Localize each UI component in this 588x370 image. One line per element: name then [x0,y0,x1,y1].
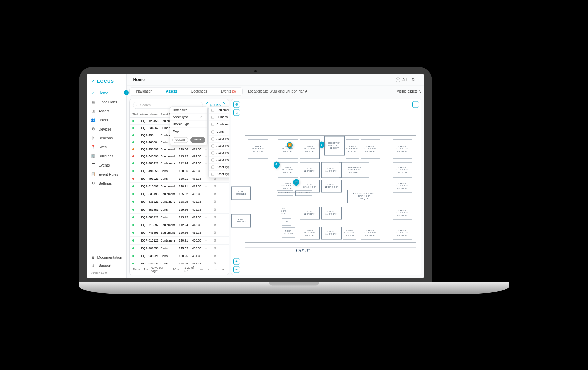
sidebar-item-label: Event Rules [99,172,118,176]
floorplan-room: OFFICE 11'-0" X 9'-0" 100 SQ. FT [278,139,298,159]
floorplan-room: COFFEE BAR [277,190,293,196]
tab-events[interactable]: Events (3) [214,88,242,95]
type-option[interactable]: Asset Type 10 [209,171,229,177]
clear-button[interactable]: CLEAR [172,137,188,143]
floorplan-room: OFFICE 11'-5" X 8'-9" 102 SQ FT [393,162,412,178]
type-option[interactable]: Containers↖ [209,121,229,128]
floorplan-room: OFFICE 11'-0" X 9'-0" 100 SQ. FT [361,139,380,159]
type-option[interactable]: Asset Type 8 [209,156,229,163]
visible-count: Visible assets: 9 [397,89,421,93]
type-option[interactable]: Equipment [209,107,229,114]
checkbox-icon [211,144,214,147]
search-icon: ⌕ [136,103,138,107]
sidebar-item-sites[interactable]: 📍Sites [87,142,126,151]
table-row[interactable]: EQP-635221 Containers 128.25 492.33 - ⧉ [130,198,229,206]
status-dot [132,216,134,218]
external-link-icon[interactable]: ⧉ [214,246,222,250]
table-row[interactable]: EQP-715897 Equipment 112.24 442.33 - ⧉ [130,221,229,229]
gear-icon: ⚙ [91,127,96,131]
sidebar-item-label: Sites [99,145,107,149]
add-button[interactable]: + [124,90,129,95]
floorplan-room: COPIER AREA [295,190,312,196]
external-link-icon[interactable]: ⧉ [214,231,222,235]
sidebar: LOCUS + ⌂Home▦Floor Plans◫Assets👥Users⚙D… [87,74,127,278]
tab-assets[interactable]: Assets [159,88,184,95]
table-row[interactable]: EQP-535195 Equipment 125.32 402.33 - ⧉ [130,190,229,198]
sidebar-item-event-rules[interactable]: 📋Event Rules [87,170,126,179]
floorplan-panel[interactable]: ⚙ ⌂ ⛶ + − [231,99,421,275]
external-link-icon[interactable]: ⧉ [214,215,222,219]
sidebar-item-events[interactable]: ☰Events [87,160,126,170]
status-dot [132,185,134,187]
sidebar-item-beacons[interactable]: ᛒBeacons [87,134,126,142]
status-dot [132,120,134,122]
type-option[interactable]: Asset Type 9 [209,163,229,171]
checkbox-icon [211,109,214,112]
status-dot [132,162,134,164]
bluetooth-icon: ᛒ [91,136,96,140]
page-next-button[interactable]: › [214,268,218,271]
floorplan-room: OFFICE 11'-0" X 9'-0" 100 SQ. FT [300,139,320,159]
filter-option[interactable]: Asset Type↗ › [170,114,207,121]
external-link-icon[interactable]: ⧉ [214,208,222,212]
page-select[interactable]: 1▾ [144,268,148,271]
home-icon: ⌂ [91,91,96,95]
status-dot [132,201,134,203]
status-dot [132,155,134,157]
sidebar-item-home[interactable]: ⌂Home [87,88,126,97]
filter-option[interactable]: Home Site› [170,107,207,114]
page-prev-button[interactable]: ‹ [207,268,211,271]
version-label: Version 1.0.0. [87,269,126,278]
tab-geofences[interactable]: Geofences [184,88,214,95]
filter-option[interactable]: Tags› [170,128,207,135]
sidebar-item-floor-plans[interactable]: ▦Floor Plans [87,97,126,106]
floorplan-room: RECEPTION 8'-6" X 10'-1" 91 SQ FT [324,136,345,155]
checkbox-icon [211,137,214,140]
page-first-button[interactable]: ⇤ [200,268,204,271]
table-row[interactable]: EQP-515897 Equipment 120.21 422.33 - ⧉ [130,183,229,190]
floorplan-room: OFFICE 11'-0" X 8'-9" [321,162,342,178]
user-menu[interactable]: ☺ John Doe [396,77,418,82]
external-link-icon[interactable]: ⧉ [214,254,222,258]
type-option[interactable]: Asset Type 7 [209,149,229,156]
sidebar-item-support[interactable]: ☺Support [87,261,126,269]
table-row[interactable]: EQP-941921 Carts 128.25 451.33 - ⧉ [130,260,229,264]
type-option[interactable]: Asset Type 6 [209,142,229,149]
users-icon: 👥 [91,118,96,122]
sidebar-item-devices[interactable]: ⚙Devices [87,124,126,134]
sidebar-item-settings[interactable]: ⚙Settings [87,179,126,188]
sidebar-item-documentation[interactable]: 🗎Documentation [87,253,126,261]
table-row[interactable]: EQP-651851 Carts 129.56 422.33 - ⧉ [130,206,229,214]
save-button[interactable]: SAVE [190,137,205,143]
external-link-icon[interactable]: ⧉ [214,223,222,227]
support-icon: ☺ [91,263,96,267]
status-dot [132,127,134,129]
table-row[interactable]: EQP-936921 Carts 128.25 451.33 - ⧉ [130,252,229,260]
table-row[interactable]: EQP-745695 Equipment 120.56 452.33 - ⧉ [130,229,229,237]
rows-select[interactable]: 20▾ [173,268,179,271]
external-link-icon[interactable]: ⧉ [214,184,222,188]
external-link-icon[interactable]: ⧉ [214,238,222,243]
type-option[interactable]: Carts [209,128,229,135]
table-row[interactable]: EQP-686921 Carts 113.92 412.33 - ⧉ [130,214,229,221]
page-last-button[interactable]: ⇥ [221,268,225,271]
type-option[interactable]: Humans [209,114,229,121]
type-option[interactable]: Asset Type 5 [209,135,229,142]
user-icon: ☺ [396,77,400,82]
sidebar-item-label: Events [99,163,110,167]
filter-option[interactable]: Device Type› [170,121,207,128]
floorplan-room: 4 EM. CUBICLES [231,214,251,227]
table-row[interactable]: EQP-815121 Containers 120.21 450.33 - ⧉ [130,237,229,245]
external-link-icon[interactable]: ⧉ [214,200,222,204]
sidebar-item-label: Home [99,91,108,95]
sidebar-item-assets[interactable]: ◫Assets [87,106,126,115]
sidebar-item-buildings[interactable]: 🏢Buildings [87,151,126,160]
table-row[interactable]: EQP-901856 Carts 125.32 455.33 - ⧉ [130,245,229,252]
tab-navigation[interactable]: Navigation [130,88,159,95]
sidebar-item-label: Users [99,118,108,122]
sidebar-item-users[interactable]: 👥Users [87,115,126,124]
pager: Page: 1▾ Rows per page: 20▾ 1-20 of 57 ⇤… [130,264,229,275]
external-link-icon[interactable]: ⧉ [214,192,222,196]
floorplan-room: OFFICE 11'-5" X 8'-9" 102 SQ. FT [393,207,412,219]
floorplan-room: OFFICE 11'-0" X 9'-0" 100 SQ. FT [361,227,380,239]
